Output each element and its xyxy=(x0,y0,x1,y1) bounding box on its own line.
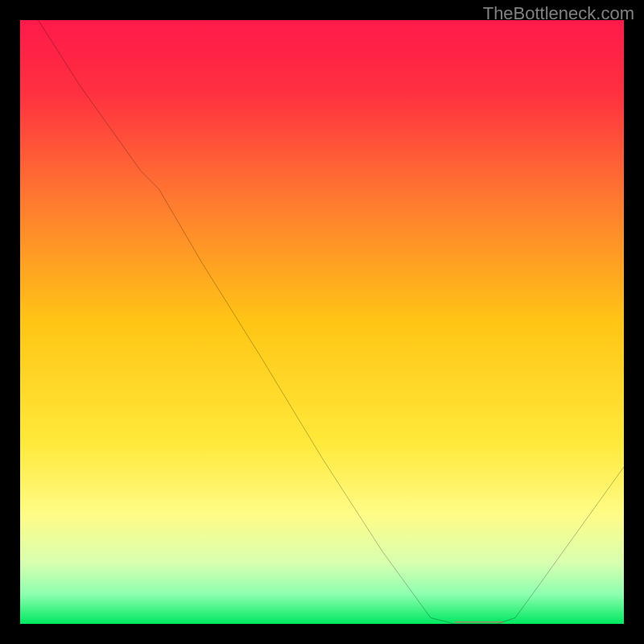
watermark-text: TheBottleneck.com xyxy=(483,3,634,24)
bottleneck-chart xyxy=(20,20,624,624)
chart-background xyxy=(20,20,624,624)
